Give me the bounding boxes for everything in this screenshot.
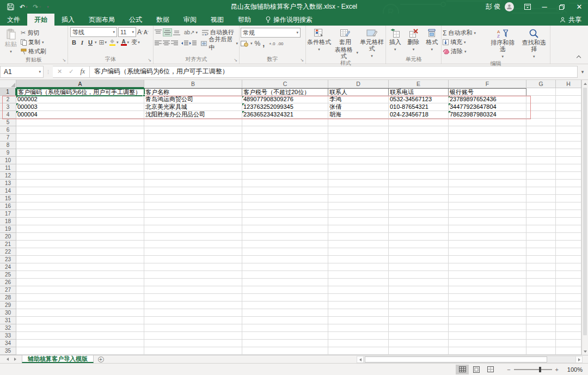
- row-header-14[interactable]: 14: [0, 187, 16, 195]
- sheet-tab-active[interactable]: 辅助核算客户导入模版: [22, 355, 94, 363]
- cell-D35[interactable]: [328, 347, 389, 355]
- cell-G27[interactable]: [526, 286, 556, 294]
- find-select-button[interactable]: 查找和选择 ▾: [519, 27, 549, 60]
- cell-F26[interactable]: [449, 279, 526, 286]
- cell-F34[interactable]: [449, 340, 526, 347]
- zoom-out-icon[interactable]: −: [507, 366, 510, 373]
- cell-A16[interactable]: [16, 202, 144, 210]
- cell-F11[interactable]: [449, 164, 526, 172]
- horizontal-scroll-thumb[interactable]: [365, 356, 547, 362]
- column-header-G[interactable]: G: [526, 80, 556, 88]
- cell-G14[interactable]: [526, 187, 556, 195]
- page-break-view-button[interactable]: [484, 365, 497, 374]
- font-size-combo[interactable]: 11▾: [118, 27, 136, 37]
- horizontal-scroll-track[interactable]: [364, 356, 575, 363]
- cell-H26[interactable]: [556, 279, 581, 286]
- cell-D28[interactable]: [328, 294, 389, 302]
- normal-view-button[interactable]: [456, 365, 469, 374]
- cell-E24[interactable]: [389, 263, 449, 271]
- cell-B27[interactable]: [144, 286, 242, 294]
- cell-H20[interactable]: [556, 233, 581, 241]
- orientation-icon[interactable]: ab↗: [184, 29, 195, 35]
- clear-button[interactable]: 清除 ▾: [443, 47, 486, 56]
- cell-G12[interactable]: [526, 172, 556, 180]
- row-header-27[interactable]: 27: [0, 286, 16, 294]
- restore-button[interactable]: [553, 0, 571, 14]
- cell-G33[interactable]: [526, 332, 556, 340]
- cell-G35[interactable]: [526, 347, 556, 355]
- row-header-31[interactable]: 31: [0, 317, 16, 324]
- format-as-table-button[interactable]: 套用 表格格式▾: [332, 27, 358, 59]
- cell-F25[interactable]: [449, 271, 526, 279]
- collapse-ribbon-icon[interactable]: [577, 56, 581, 60]
- cell-C30[interactable]: [242, 309, 328, 317]
- cell-E25[interactable]: [389, 271, 449, 279]
- cell-G3[interactable]: [526, 103, 556, 111]
- underline-button[interactable]: U: [87, 39, 94, 46]
- cell-D1[interactable]: 联系人: [328, 88, 389, 96]
- cell-B1[interactable]: 客户名称: [144, 88, 242, 96]
- align-bottom-icon[interactable]: [173, 29, 180, 35]
- tab-插入[interactable]: 插入: [54, 14, 82, 26]
- cell-C1[interactable]: 客户税号（不超过20位）: [242, 88, 328, 96]
- cell-C8[interactable]: [242, 142, 328, 149]
- cell-H14[interactable]: [556, 187, 581, 195]
- cell-B3[interactable]: 北京美光家具城: [144, 103, 242, 111]
- number-dialog-launcher[interactable]: ↘: [300, 58, 304, 63]
- cell-H9[interactable]: [556, 149, 581, 157]
- cell-B7[interactable]: [144, 134, 242, 142]
- cell-H28[interactable]: [556, 294, 581, 302]
- scroll-left-icon[interactable]: [357, 356, 364, 363]
- row-header-16[interactable]: 16: [0, 202, 16, 210]
- cell-A9[interactable]: [16, 149, 144, 157]
- cell-B21[interactable]: [144, 241, 242, 248]
- orientation-dropdown[interactable]: ▾: [196, 30, 198, 35]
- cell-B29[interactable]: [144, 302, 242, 309]
- cell-F9[interactable]: [449, 149, 526, 157]
- row-header-15[interactable]: 15: [0, 195, 16, 202]
- cell-E19[interactable]: [389, 225, 449, 233]
- accounting-dropdown[interactable]: ▾: [250, 41, 253, 46]
- cell-H6[interactable]: [556, 126, 581, 134]
- cell-E35[interactable]: [389, 347, 449, 355]
- cell-D11[interactable]: [328, 164, 389, 172]
- cell-A5[interactable]: [16, 119, 144, 126]
- cell-E14[interactable]: [389, 187, 449, 195]
- tab-页面布局[interactable]: 页面布局: [82, 14, 122, 26]
- cell-A1[interactable]: 客户编码（系统编码为6位，用户可手工调整）: [16, 88, 144, 96]
- cell-C35[interactable]: [242, 347, 328, 355]
- cell-B13[interactable]: [144, 180, 242, 187]
- cell-F4[interactable]: 78623987980324: [449, 111, 526, 119]
- horizontal-scrollbar[interactable]: [357, 356, 583, 363]
- cell-C10[interactable]: [242, 157, 328, 164]
- cell-G18[interactable]: [526, 218, 556, 225]
- cell-C26[interactable]: [242, 279, 328, 286]
- borders-icon[interactable]: ⊞: [99, 39, 105, 46]
- cell-D21[interactable]: [328, 241, 389, 248]
- cell-E13[interactable]: [389, 180, 449, 187]
- cell-D6[interactable]: [328, 126, 389, 134]
- cell-E2[interactable]: 0532-34567123: [389, 96, 449, 103]
- cell-G2[interactable]: [526, 96, 556, 103]
- cell-C34[interactable]: [242, 340, 328, 347]
- cell-B8[interactable]: [144, 142, 242, 149]
- save-icon[interactable]: [5, 3, 16, 10]
- cell-B24[interactable]: [144, 263, 242, 271]
- row-header-32[interactable]: 32: [0, 324, 16, 332]
- cell-D19[interactable]: [328, 225, 389, 233]
- font-color-dropdown[interactable]: ▾: [127, 40, 130, 45]
- tab-file[interactable]: 文件: [0, 14, 27, 26]
- cell-E26[interactable]: [389, 279, 449, 286]
- cell-G17[interactable]: [526, 210, 556, 218]
- cell-F2[interactable]: 23789897652436: [449, 96, 526, 103]
- tab-审阅[interactable]: 审阅: [176, 14, 204, 26]
- cell-A12[interactable]: [16, 172, 144, 180]
- cell-B20[interactable]: [144, 233, 242, 241]
- row-header-33[interactable]: 33: [0, 332, 16, 340]
- cell-E21[interactable]: [389, 241, 449, 248]
- phonetic-dropdown[interactable]: ▾: [138, 40, 140, 45]
- cell-C14[interactable]: [242, 187, 328, 195]
- cell-D2[interactable]: 李鸿: [328, 96, 389, 103]
- cell-A27[interactable]: [16, 286, 144, 294]
- cell-H4[interactable]: [556, 111, 581, 119]
